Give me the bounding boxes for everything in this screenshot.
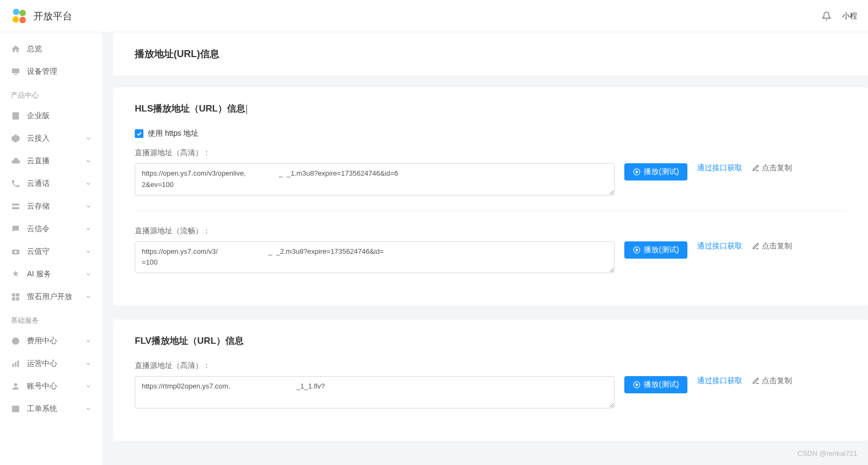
notification-bell-icon[interactable] [822, 11, 831, 21]
sidebar-section-product: 产品中心 [0, 83, 102, 105]
sidebar-item-cloud-live[interactable]: 云直播 [0, 150, 102, 172]
ticket-icon [11, 404, 20, 414]
sidebar-item-cloud-storage[interactable]: 云存储 [0, 195, 102, 218]
svg-point-2 [12, 16, 19, 23]
sidebar-item-ai[interactable]: AI 服务 [0, 263, 102, 286]
svg-marker-23 [636, 171, 638, 173]
sidebar-item-device[interactable]: 设备管理 [0, 60, 102, 83]
page-header-section: 播放地址(URL)信息 [113, 32, 868, 75]
api-get-link[interactable]: 通过接口获取 [697, 376, 742, 386]
svg-rect-9 [12, 207, 19, 210]
svg-rect-15 [16, 297, 19, 301]
sidebar-item-cloud-access[interactable]: 云接入 [0, 127, 102, 150]
api-get-link[interactable]: 通过接口获取 [697, 163, 742, 173]
sidebar-item-label: 费用中心 [27, 336, 57, 346]
https-checkbox[interactable] [135, 129, 143, 138]
copy-link[interactable]: 点击复制 [752, 376, 792, 386]
sidebar-item-label: 云值守 [27, 247, 50, 256]
flv-card: FLV播放地址（URL）信息 直播源地址（高清）： 播放(测试) 通过接口获取 … [113, 320, 868, 441]
svg-rect-4 [12, 68, 19, 73]
cloud-live-icon [11, 156, 20, 166]
chevron-down-icon [85, 181, 92, 187]
message-icon [11, 224, 20, 234]
platform-title: 开放平台 [33, 10, 72, 23]
svg-rect-8 [12, 204, 19, 206]
page-title: 播放地址(URL)信息 [135, 47, 846, 60]
svg-rect-17 [12, 364, 14, 367]
play-test-button[interactable]: 播放(测试) [624, 163, 687, 181]
user-label[interactable]: 小程 [842, 11, 857, 21]
chevron-down-icon [85, 406, 92, 412]
sidebar-item-enterprise[interactable]: 企业版 [0, 105, 102, 127]
sidebar-item-label: 总览 [27, 44, 42, 54]
svg-point-20 [14, 383, 17, 386]
copy-link[interactable]: 点击复制 [752, 163, 792, 173]
svg-point-1 [19, 10, 26, 16]
chevron-down-icon [85, 203, 92, 210]
api-get-link[interactable]: 通过接口获取 [697, 241, 742, 251]
hls-hd-field: 直播源地址（高清）： 播放(测试) 通过接口获取 点击复制 [135, 148, 846, 196]
sidebar-item-cloud-call[interactable]: 云通话 [0, 172, 102, 195]
flv-hd-label: 直播源地址（高清）： [135, 361, 846, 371]
chevron-down-icon [85, 294, 92, 300]
sidebar-item-fee[interactable]: 费用中心 [0, 330, 102, 352]
chevron-down-icon [85, 271, 92, 277]
sidebar-item-overview[interactable]: 总览 [0, 38, 102, 60]
flv-hd-field: 直播源地址（高清）： 播放(测试) 通过接口获取 点击复制 [135, 361, 846, 408]
cloud-access-icon [11, 134, 20, 143]
header-left: 开放平台 [11, 8, 72, 25]
divider [135, 211, 846, 211]
flv-card-title: FLV播放地址（URL）信息 [135, 335, 846, 347]
play-test-button[interactable]: 播放(测试) [624, 241, 687, 259]
sidebar-item-label: 云接入 [27, 134, 50, 143]
chevron-down-icon [85, 383, 92, 390]
chevron-down-icon [85, 226, 92, 232]
hls-hd-label: 直播源地址（高清）： [135, 148, 846, 158]
https-checkbox-row: 使用 https 地址 [135, 129, 846, 138]
hls-sd-url-input[interactable] [135, 241, 615, 274]
sidebar-section-basic: 基础服务 [0, 308, 102, 330]
sidebar-item-label: 工单系统 [27, 404, 57, 414]
sidebar-item-cloud-guard[interactable]: 云值守 [0, 240, 102, 263]
copy-link[interactable]: 点击复制 [752, 241, 792, 251]
sidebar: 总览 设备管理 产品中心 企业版 云接入 云直播 云通话 云存储 云信令 云值守 [0, 32, 102, 465]
logo-icon [11, 8, 28, 25]
chevron-down-icon [85, 248, 92, 255]
hls-card-title: HLS播放地址（URL）信息 [135, 102, 846, 115]
sidebar-item-label: 云通话 [27, 179, 50, 189]
main-content: 播放地址(URL)信息 HLS播放地址（URL）信息 使用 https 地址 直… [102, 32, 868, 465]
svg-point-0 [13, 9, 19, 15]
sidebar-item-label: 账号中心 [27, 381, 57, 391]
hls-card: HLS播放地址（URL）信息 使用 https 地址 直播源地址（高清）： 播放… [113, 87, 868, 306]
user-icon [11, 381, 20, 391]
home-icon [11, 44, 20, 54]
sidebar-item-label: 萤石用户开放 [27, 292, 72, 302]
header: 开放平台 小程 [0, 0, 868, 32]
svg-rect-19 [17, 360, 19, 367]
play-test-button[interactable]: 播放(测试) [624, 376, 687, 393]
sidebar-item-label: AI 服务 [27, 269, 51, 279]
chart-icon [11, 359, 20, 369]
sidebar-item-ops[interactable]: 运营中心 [0, 352, 102, 375]
sidebar-item-user-open[interactable]: 萤石用户开放 [0, 286, 102, 308]
hls-hd-url-input[interactable] [135, 163, 615, 196]
hls-sd-field: 直播源地址（流畅）： 播放(测试) 通过接口获取 点击复制 [135, 226, 846, 274]
sidebar-item-label: 设备管理 [27, 67, 57, 77]
svg-marker-25 [636, 248, 638, 251]
camera-icon [11, 247, 20, 256]
sidebar-item-label: 云直播 [27, 156, 50, 166]
svg-point-11 [15, 251, 17, 254]
svg-rect-13 [16, 293, 19, 296]
sidebar-item-ticket[interactable]: 工单系统 [0, 398, 102, 420]
sidebar-item-label: 云存储 [27, 202, 50, 211]
watermark: CSDN @renkai721 [797, 449, 857, 457]
sidebar-item-account[interactable]: 账号中心 [0, 375, 102, 398]
https-checkbox-label: 使用 https 地址 [148, 129, 198, 138]
sidebar-item-cloud-signal[interactable]: 云信令 [0, 218, 102, 240]
chevron-down-icon [85, 135, 92, 142]
svg-rect-6 [12, 112, 19, 120]
svg-rect-14 [12, 297, 15, 301]
svg-marker-7 [12, 135, 20, 143]
svg-rect-12 [12, 293, 15, 296]
flv-hd-url-input[interactable] [135, 376, 615, 408]
